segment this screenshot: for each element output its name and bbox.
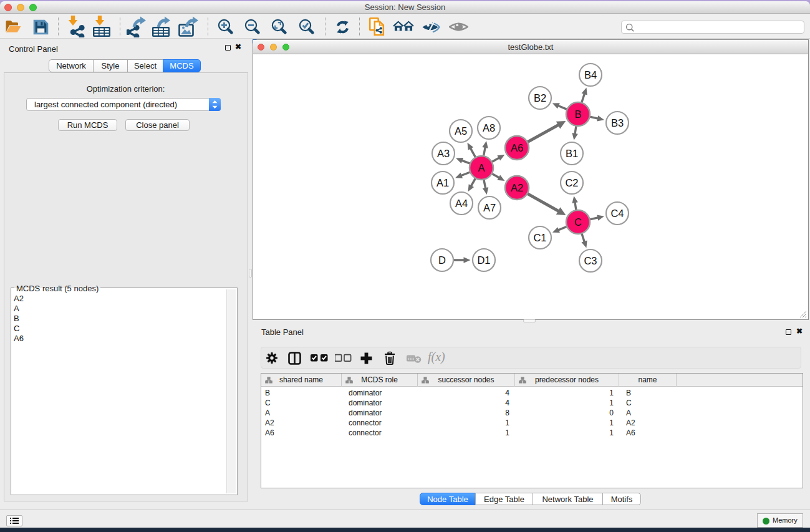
svg-text:C4: C4 [610,208,624,219]
svg-text:A7: A7 [483,202,496,213]
svg-text:C2: C2 [565,177,578,188]
svg-text:B1: B1 [566,148,578,159]
svg-text:A: A [478,162,485,173]
svg-text:B3: B3 [611,117,624,128]
svg-text:A3: A3 [437,148,450,159]
svg-text:A6: A6 [511,142,523,153]
svg-text:B: B [574,109,581,120]
svg-text:A4: A4 [455,198,468,209]
svg-text:D1: D1 [477,254,490,266]
svg-text:C1: C1 [533,232,546,243]
svg-text:A8: A8 [483,122,495,133]
svg-text:C: C [574,216,582,228]
svg-text:C3: C3 [584,255,597,266]
svg-text:B2: B2 [534,92,546,104]
svg-text:D: D [438,254,446,266]
svg-text:A2: A2 [511,182,523,193]
svg-text:A1: A1 [436,177,449,188]
svg-text:A5: A5 [455,125,467,137]
svg-text:B4: B4 [584,69,597,80]
